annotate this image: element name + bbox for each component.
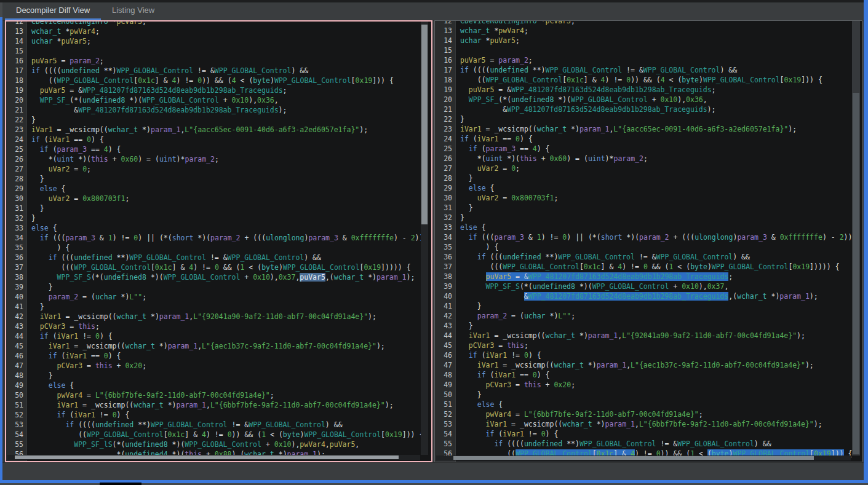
code-line[interactable]: *(uint *)(this + 0x60) = (uint)*param_2; [31,154,431,164]
code-line[interactable]: if (((param_3 & 1) != 0) || (*(short *)(… [460,232,862,242]
code-line[interactable]: if ((((undefined **)WPP_GLOBAL_Control !… [460,439,862,449]
code-line[interactable]: if (iVar1 != 0) { [31,331,431,341]
code-line[interactable]: uVar2 = 0; [31,164,431,174]
code-line[interactable]: if (((param_3 & 1) != 0) || (*(short *)(… [31,233,431,243]
code-line[interactable]: pwVar4 = L"{6bbf7bfe-9af2-11d0-abf7-00c0… [31,390,431,400]
code-line[interactable]: param_2 = (uchar *)L""; [31,292,431,302]
left-horizontal-scrollbar-thumb[interactable] [15,455,399,459]
right-decompiler-panel[interactable]: 1213141516171819202122232425262728293031… [434,20,862,462]
code-line[interactable]: if (iVar1 != 0) { [460,429,862,439]
code-line[interactable]: } [31,282,431,292]
code-line[interactable]: } [31,203,431,213]
code-line[interactable]: wchar_t *pwVar4; [460,26,862,36]
code-line[interactable]: if (((undefined **)WPP_GLOBAL_Control !=… [460,252,862,262]
code-line[interactable]: CDeviceRoutingInfo *pCVar3; [31,22,431,26]
code-line[interactable]: WPP_SF_(*(undefined8 *)(WPP_GLOBAL_Contr… [460,95,862,104]
code-line[interactable]: if (iVar1 == 0) { [31,135,431,144]
code-line[interactable]: iVar1 = _wcsicmp((wchar_t *)param_1,L"{6… [460,419,862,429]
code-line[interactable]: } [31,213,431,223]
code-line[interactable]: } [460,321,862,331]
code-line[interactable]: iVar1 = _wcsicmp((wchar_t *)param_1,L"{a… [460,124,862,134]
code-line[interactable]: else { [31,223,431,233]
code-line[interactable]: ((WPP_GLOBAL_Control[0x1c] & 4) != 0)) &… [31,76,431,85]
code-line[interactable]: *(uint *)(this + 0x60) = (uint)*param_2; [460,154,862,164]
code-line[interactable]: WPP_SF_(*(undefined8 *)(WPP_GLOBAL_Contr… [31,95,431,105]
left-vertical-scrollbar-thumb[interactable] [421,25,428,224]
code-line[interactable]: else { [31,184,431,194]
code-line[interactable]: puVar5 = &WPP_481207fd87163d524d8eab9db1… [460,272,862,282]
code-line[interactable]: } [460,213,862,223]
code-line[interactable]: uVar2 = 0x800703f1; [31,194,431,203]
code-line[interactable]: iVar1 = _wcsicmp((wchar_t *)param_1,L"{6… [31,400,431,410]
code-line[interactable]: WPP_SF_S(*(undefined8 *)(WPP_GLOBAL_Cont… [31,272,431,282]
code-line[interactable]: iVar1 = _wcsicmp((wchar_t *)param_1,L"{9… [31,312,431,321]
code-line[interactable]: (((WPP_GLOBAL_Control[0x1c] & 4) != 0 &&… [460,262,862,272]
code-line[interactable]: if ((((undefined **)WPP_GLOBAL_Control !… [31,420,431,430]
code-line[interactable]: ) { [460,242,862,252]
code-line[interactable]: else { [460,223,862,232]
code-line[interactable]: uchar *puVar5; [460,36,862,45]
code-line[interactable]: } [460,301,862,311]
left-horizontal-scrollbar[interactable] [7,455,420,460]
code-line[interactable]: pCVar3 = this + 0x20; [460,380,862,390]
code-line[interactable]: uVar2 = 0; [460,164,862,173]
code-line[interactable]: param_2 = (uchar *)L""; [460,311,862,321]
code-line[interactable]: } [460,114,862,124]
code-line[interactable] [460,45,862,55]
code-line[interactable]: pCVar3 = this; [460,341,862,350]
code-line[interactable] [31,46,431,56]
code-line[interactable]: if (iVar1 != 0) { [31,410,431,420]
code-line[interactable]: wchar_t *pwVar4; [31,26,431,36]
right-code-area[interactable]: CDeviceRoutingInfo *pCVar3;wchar_t *pwVa… [456,21,862,462]
code-line[interactable]: iVar1 = _wcsicmp((wchar_t *)param_1,L"{a… [31,341,431,351]
code-line[interactable]: pCVar3 = this + 0x20; [31,361,431,371]
right-horizontal-scrollbar-thumb[interactable] [453,456,814,460]
code-line[interactable]: puVar5 = &WPP_481207fd87163d524d8eab9db1… [31,85,431,95]
code-line[interactable]: } [31,302,431,312]
code-line[interactable]: } [460,203,862,213]
code-line[interactable]: if (param_3 == 4) { [31,144,431,154]
right-horizontal-scrollbar[interactable] [436,455,851,460]
code-line[interactable]: if ((((undefined **)WPP_GLOBAL_Control !… [460,65,862,75]
code-line[interactable]: puVar5 = param_2; [31,56,431,66]
code-line[interactable]: if (iVar1 != 0) { [460,350,862,360]
left-vertical-scrollbar[interactable] [421,22,428,455]
code-line[interactable]: } [460,173,862,183]
left-code-area[interactable]: CDeviceRoutingInfo *pCVar3;wchar_t *pwVa… [27,22,431,461]
code-line[interactable]: pwVar4 = L"{6bbf7bfe-9af2-11d0-abf7-00c0… [460,409,862,419]
code-line[interactable]: uchar *puVar5; [31,36,431,46]
code-line[interactable]: &WPP_481207fd87163d524d8eab9db1b298ab_Tr… [460,291,862,301]
right-vertical-scrollbar-thumb[interactable] [853,93,859,454]
code-line[interactable]: WPP_SF_lS(*(undefined8 *)(WPP_GLOBAL_Con… [31,440,431,449]
code-line[interactable]: iVar1 = _wcsicmp((wchar_t *)param_1,L"{a… [460,360,862,370]
code-line[interactable]: puVar5 = &WPP_481207fd87163d524d8eab9db1… [460,85,862,95]
code-line[interactable]: CDeviceRoutingInfo *pCVar3; [460,21,862,26]
code-line[interactable]: } [460,390,862,400]
code-line[interactable]: uVar2 = 0x800703f1; [460,193,862,203]
code-line[interactable]: if (iVar1 == 0) { [460,134,862,144]
code-line[interactable]: &WPP_481207fd87163d524d8eab9db1b298ab_Tr… [31,105,431,115]
tab-decompiler-diff-view[interactable]: Decompiler Diff View [5,2,101,20]
code-line[interactable]: ((WPP_GLOBAL_Control[0x1c] & 4) != 0)) &… [460,75,862,85]
code-line[interactable]: if (param_3 == 4) { [460,144,862,154]
code-line[interactable]: if (((undefined **)WPP_GLOBAL_Control !=… [31,253,431,262]
code-line[interactable]: } [31,174,431,184]
right-vertical-scrollbar[interactable] [852,21,860,455]
code-line[interactable]: (((WPP_GLOBAL_Control[0x1c] & 4) != 0 &&… [31,262,431,272]
code-line[interactable]: &WPP_481207fd87163d524d8eab9db1b298ab_Tr… [460,104,862,114]
code-line[interactable]: iVar1 = _wcsicmp((wchar_t *)param_1,L"{9… [460,331,862,341]
code-line[interactable]: else { [31,381,431,390]
code-line[interactable]: if (iVar1 == 0) { [460,370,862,380]
code-line[interactable]: WPP_SF_S(*(undefined8 *)(WPP_GLOBAL_Cont… [460,282,862,291]
tab-listing-view[interactable]: Listing View [101,2,165,18]
code-line[interactable]: ((WPP_GLOBAL_Control[0x1c] & 4) != 0)) &… [31,430,431,440]
code-line[interactable]: else { [460,183,862,193]
code-line[interactable]: } [31,371,431,381]
code-line[interactable]: if ((((undefined **)WPP_GLOBAL_Control !… [31,66,431,76]
code-line[interactable]: if (iVar1 == 0) { [31,351,431,361]
code-line[interactable]: iVar1 = _wcsicmp((wchar_t *)param_1,L"{a… [31,125,431,135]
code-line[interactable]: puVar5 = param_2; [460,55,862,65]
code-line[interactable]: pCVar3 = this; [31,321,431,331]
left-decompiler-panel[interactable]: 1213141516171819202122232425262728293031… [5,20,432,462]
code-line[interactable]: } [31,115,431,125]
